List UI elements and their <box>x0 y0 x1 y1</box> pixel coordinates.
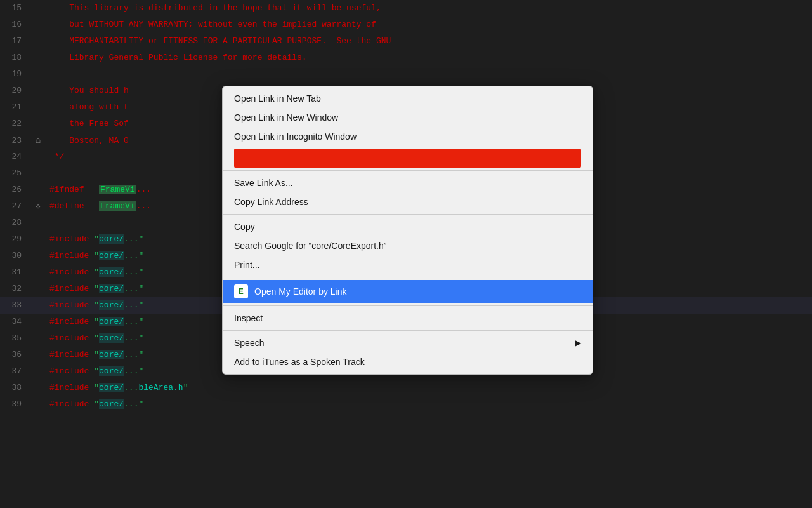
code-line-38: 38 #include "core/...bleArea.h" <box>0 380 812 396</box>
menu-separator-4 <box>223 305 593 306</box>
code-line-17: 17 MERCHANTABILITY or FITNESS FOR A PART… <box>0 33 812 50</box>
menu-item-label: Open Link in New Tab <box>234 93 321 104</box>
code-line-16: 16 but WITHOUT ANY WARRANTY; without eve… <box>0 17 812 33</box>
menu-item-label: Open Link in New Window <box>234 112 338 123</box>
menu-item-label: Add to iTunes as a Spoken Track <box>234 357 365 367</box>
menu-separator-2 <box>223 214 593 215</box>
code-line-15: 15 This library is distributed in the ho… <box>0 0 812 17</box>
menu-item-copy[interactable]: Copy <box>223 217 593 236</box>
menu-separator-3 <box>223 277 593 277</box>
menu-separator-5 <box>223 330 593 331</box>
menu-item-label: Copy Link Address <box>234 197 308 207</box>
menu-item-label: Print... <box>234 260 259 270</box>
menu-item-open-incognito[interactable]: Open Link in Incognito Window <box>223 127 593 146</box>
menu-item-label: Search Google for “core/CoreExport.h” <box>234 241 386 251</box>
submenu-arrow-icon: ▶ <box>575 338 581 347</box>
menu-item-label: Copy <box>234 222 255 232</box>
menu-item-speech[interactable]: Speech ▶ <box>223 333 593 352</box>
menu-item-copy-link[interactable]: Copy Link Address <box>223 192 593 211</box>
menu-item-label: Inspect <box>234 313 263 323</box>
red-bar-item <box>234 149 581 168</box>
menu-item-print[interactable]: Print... <box>223 255 593 274</box>
menu-item-label: Open My Editor by Link <box>254 286 347 297</box>
menu-item-label: Open Link in Incognito Window <box>234 131 357 142</box>
menu-item-open-new-tab[interactable]: Open Link in New Tab <box>223 89 593 108</box>
menu-item-search-google[interactable]: Search Google for “core/CoreExport.h” <box>223 236 593 255</box>
menu-item-label: Save Link As... <box>234 178 293 188</box>
menu-item-inspect[interactable]: Inspect <box>223 309 593 328</box>
code-line-18: 18 Library General Public License for mo… <box>0 50 812 66</box>
menu-item-save-link[interactable]: Save Link As... <box>223 173 593 192</box>
menu-item-open-editor[interactable]: E Open My Editor by Link <box>223 280 593 303</box>
code-line-19: 19 <box>0 66 812 83</box>
menu-item-open-new-window[interactable]: Open Link in New Window <box>223 108 593 127</box>
editor-badge: E <box>234 284 248 298</box>
menu-item-label: Speech <box>234 338 264 348</box>
menu-item-add-itunes[interactable]: Add to iTunes as a Spoken Track <box>223 352 593 371</box>
code-line-39: 39 #include "core/..." <box>0 396 812 413</box>
menu-separator-1 <box>223 170 593 171</box>
context-menu: Open Link in New Tab Open Link in New Wi… <box>222 86 593 375</box>
